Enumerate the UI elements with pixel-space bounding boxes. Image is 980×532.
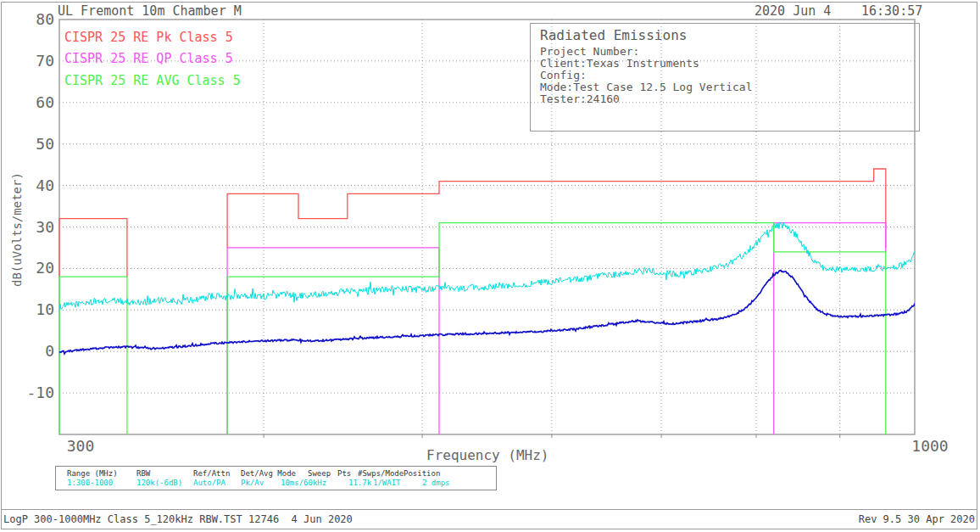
settings-col-header: Det/Avg Mode: [241, 469, 296, 478]
settings-col-value: 2 dmps: [422, 479, 450, 487]
settings-col-header: #Swps/Mode: [358, 469, 404, 478]
y-tick-label: 60: [36, 93, 54, 111]
limit-line: [227, 169, 886, 248]
footer-divider-line: [1, 509, 977, 510]
y-tick-label: 70: [36, 52, 54, 70]
settings-col-value: 1/WAIT: [373, 479, 401, 487]
test-type-title: Radiated Emissions: [540, 27, 687, 43]
settings-col-header: Range (MHz): [67, 469, 118, 478]
x-axis-title: Frequency (MHz): [426, 447, 549, 463]
settings-col-header: Pts: [337, 469, 351, 478]
software-revision: Rev 9.5 30 Apr 2020: [859, 513, 975, 525]
y-axis-title: dB(uVolts/meter): [10, 172, 24, 287]
info-project-number: Project Number:: [540, 45, 639, 58]
x-tick-label: 1000: [911, 437, 948, 455]
info-tester: Tester:24160: [540, 92, 620, 105]
settings-col-header: RBW: [136, 469, 150, 478]
emc-test-screen: UL Fremont 10m Chamber M 2020 Jun 4 16:3…: [0, 0, 980, 532]
settings-col-value: 1:300-1000: [67, 479, 113, 487]
y-tick-label: -10: [26, 384, 54, 401]
limit-file-name: LogP 300-1000MHz Class 5_120kHz RBW.TST …: [3, 513, 353, 525]
legend-avg-limit: CISPR 25 RE AVG Class 5: [64, 73, 241, 88]
settings-col-value: 11.7k: [348, 479, 371, 487]
settings-col-value: Pk/Av: [241, 479, 264, 487]
settings-col-header: Position: [404, 469, 440, 478]
y-tick-label: 80: [36, 10, 54, 28]
x-tick-label: 300: [67, 437, 95, 455]
settings-col-value: Auto/PA: [193, 479, 226, 487]
measurement-trace: [59, 271, 915, 354]
y-tick-label: 20: [36, 259, 54, 277]
limit-line: [59, 219, 127, 277]
settings-col-header: Ref/Attn: [193, 469, 230, 478]
y-tick-label: 10: [36, 300, 54, 318]
settings-col-value: 10ms/60kHz: [281, 479, 326, 487]
settings-col-value: 120k(-6dB): [136, 479, 182, 487]
sweep-settings-table: Range (MHz)RBWRef/AttnDet/Avg ModeSweepP…: [55, 466, 497, 490]
info-mode: Mode:Test Case 12.5 Log Vertical: [540, 81, 752, 93]
y-tick-label: 30: [36, 218, 54, 236]
info-client: Client:Texas Instruments: [540, 57, 699, 70]
y-tick-label: 40: [36, 176, 54, 194]
y-tick-label: 50: [36, 135, 54, 153]
legend-pk-limit: CISPR 25 RE Pk Class 5: [64, 30, 233, 45]
limit-line: [227, 223, 886, 434]
info-config: Config:: [540, 69, 587, 81]
measurement-trace: [59, 222, 915, 310]
legend-qp-limit: CISPR 25 RE QP Class 5: [64, 51, 233, 66]
y-tick-label: 0: [45, 342, 54, 360]
limit-line: [774, 223, 886, 434]
settings-col-header: Sweep: [308, 469, 331, 478]
